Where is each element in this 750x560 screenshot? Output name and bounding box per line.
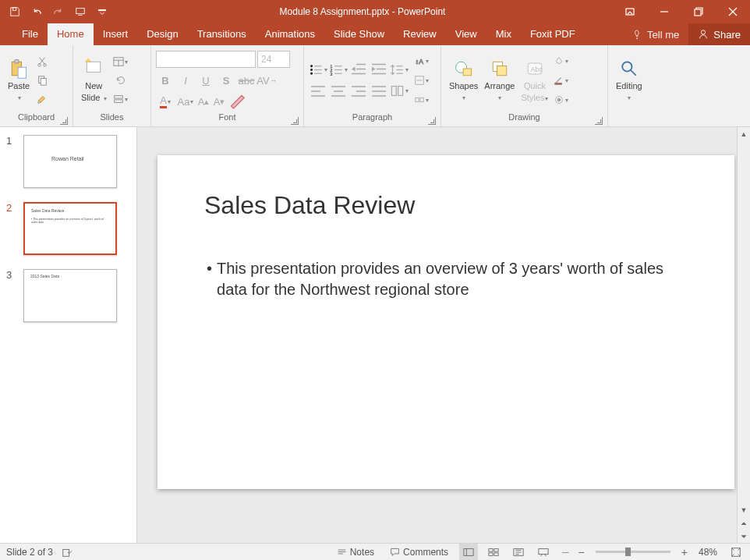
svg-point-72 [557,98,561,101]
arrange-button[interactable]: Arrange▾ [481,58,518,103]
reset-icon[interactable] [113,73,129,88]
ribbon-display-options-icon[interactable] [613,0,647,23]
slide[interactable]: Sales Data Review This presentation prov… [157,155,734,489]
quick-styles-label-2: Styles [521,93,544,102]
slide-counter[interactable]: Slide 2 of 3 [6,547,53,558]
clear-formatting-icon[interactable] [228,93,246,110]
normal-view-icon[interactable] [459,544,478,561]
shape-outline-icon[interactable]: ▾ [553,73,568,88]
font-dialog-launcher-icon[interactable] [291,117,299,125]
scroll-up-icon[interactable]: ▲ [738,127,750,140]
close-icon[interactable] [716,0,750,23]
tab-view[interactable]: View [446,23,486,45]
align-center-icon[interactable] [329,83,348,100]
quick-styles-label-1: Quick [524,81,546,91]
increase-indent-icon[interactable] [370,62,388,79]
start-from-beginning-icon[interactable] [70,2,90,22]
tab-file[interactable]: File [12,23,48,45]
vertical-scrollbar[interactable]: ▲ ▼ ⏶ ⏷ [737,127,750,543]
zoom-out-icon[interactable]: − [578,546,585,558]
fit-to-window-icon[interactable] [728,544,744,560]
redo-icon[interactable] [48,2,69,22]
tab-slideshow[interactable]: Slide Show [324,23,394,45]
undo-icon[interactable] [27,2,47,22]
line-spacing-icon[interactable]: ▾ [390,62,409,79]
align-left-icon[interactable] [309,83,327,100]
save-icon[interactable] [5,2,25,22]
section-icon[interactable]: ▾ [113,91,129,107]
quick-styles-button[interactable]: Abc Quick Styles▾ [518,58,551,104]
zoom-in-icon[interactable]: + [681,546,688,558]
decrease-indent-icon[interactable] [349,62,368,79]
tell-me[interactable]: Tell me [623,29,688,41]
copy-icon[interactable] [34,73,50,88]
bullets-button[interactable]: ▾ [309,62,327,79]
shadow-button[interactable]: S [217,72,235,89]
slide-thumbnail-pane[interactable]: 1 Rowan Retail 2 Sales Data Review • Thi… [0,127,137,543]
tab-design[interactable]: Design [137,23,187,45]
customize-qat-icon[interactable] [92,2,112,22]
minimize-icon[interactable] [647,0,681,23]
slide-body[interactable]: This presentation provides an overview o… [207,258,688,300]
character-spacing-button[interactable]: AV↔ [257,72,276,89]
zoom-level[interactable]: 48% [699,547,717,558]
change-case-button[interactable]: Aa▾ [176,93,195,110]
notes-button[interactable]: Notes [332,544,379,561]
align-right-icon[interactable] [349,83,368,100]
text-direction-icon[interactable]: ↕A▾ [413,53,429,69]
slide-title[interactable]: Sales Data Review [204,191,415,220]
slideshow-view-icon[interactable] [534,544,553,561]
zoom-slider[interactable] [596,551,670,553]
cut-icon[interactable] [34,54,50,69]
title-bar: Module 8 Assignment.pptx - PowerPoint [0,0,750,23]
numbering-button[interactable]: 123▾ [329,62,348,79]
tab-foxit[interactable]: Foxit PDF [521,23,585,45]
shape-fill-icon[interactable]: ▾ [553,53,568,69]
font-family-input[interactable] [156,51,256,68]
reading-view-icon[interactable] [509,544,528,561]
underline-button[interactable]: U [196,72,215,89]
font-size-input[interactable] [257,51,290,68]
svg-rect-62 [415,97,418,101]
drawing-dialog-launcher-icon[interactable] [595,117,603,125]
next-slide-icon[interactable]: ⏷ [738,530,750,543]
slide-thumbnail-3[interactable]: 2013 Sales Data [23,269,117,322]
columns-icon[interactable]: ▾ [390,83,409,100]
tab-animations[interactable]: Animations [256,23,324,45]
smartart-icon[interactable]: ▾ [413,92,429,108]
layout-icon[interactable]: ▾ [113,54,129,69]
svg-rect-16 [41,78,46,85]
increase-font-icon[interactable]: A▴ [196,93,210,110]
restore-icon[interactable] [681,0,716,23]
shapes-button[interactable]: Shapes▾ [446,58,481,103]
slide-canvas-area[interactable]: Sales Data Review This presentation prov… [137,127,750,543]
tab-home[interactable]: Home [48,23,94,45]
justify-icon[interactable] [370,83,388,100]
editing-button[interactable]: Editing▾ [613,58,646,103]
scroll-down-icon[interactable]: ▼ [738,503,750,516]
paste-button[interactable]: Paste ▾ [5,58,33,103]
slide-sorter-view-icon[interactable] [484,544,503,561]
tab-insert[interactable]: Insert [94,23,138,45]
tab-mix[interactable]: Mix [486,23,521,45]
tab-review[interactable]: Review [394,23,446,45]
comments-button[interactable]: Comments [385,544,453,561]
italic-button[interactable]: I [176,72,195,89]
paragraph-dialog-launcher-icon[interactable] [428,117,436,125]
new-slide-button[interactable]: New Slide ▾ [78,58,110,104]
svg-point-8 [636,37,638,39]
clipboard-dialog-launcher-icon[interactable] [60,117,68,125]
strikethrough-button[interactable]: abc [237,72,256,89]
shape-effects-icon[interactable]: ▾ [553,92,568,108]
slide-thumbnail-1[interactable]: Rowan Retail [23,135,117,188]
format-painter-icon[interactable] [34,91,50,107]
previous-slide-icon[interactable]: ⏶ [738,516,750,530]
share-button[interactable]: Share [688,23,750,45]
font-color-button[interactable]: A▾ [156,93,175,110]
align-text-icon[interactable]: ▾ [413,73,429,88]
slide-thumbnail-2[interactable]: Sales Data Review • This presentation pr… [23,202,117,255]
spellcheck-icon[interactable] [59,544,75,560]
tab-transitions[interactable]: Transitions [188,23,256,45]
decrease-font-icon[interactable]: A▾ [212,93,226,110]
bold-button[interactable]: B [156,72,175,89]
